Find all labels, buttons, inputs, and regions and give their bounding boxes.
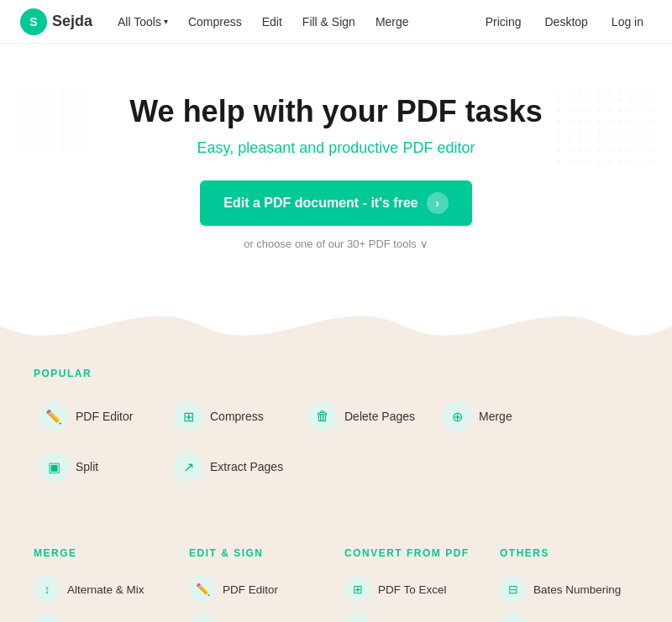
column: CONVERT FROM PDF ⊞ PDF To Excel ▤ PDF To… — [344, 547, 483, 622]
nav-desktop[interactable]: Desktop — [536, 10, 596, 34]
cta-suffix: - it's free — [359, 196, 418, 210]
cta-arrow-icon: › — [427, 192, 449, 214]
tool-icon: ↗ — [173, 452, 203, 482]
popular-tool-item[interactable]: ▣ Split — [34, 445, 168, 489]
column: OTHERS ⊟ Bates Numbering ✂ Crop 🗑 Delete… — [500, 547, 638, 622]
logo-text: Sejda — [52, 13, 92, 30]
tool-name: PDF Editor — [76, 410, 133, 423]
chevron-down-icon: ∨ — [420, 238, 428, 250]
col-tool-icon: ✏️ — [189, 576, 216, 603]
hero-section: We help with your PDF tasks Easy, pleasa… — [0, 44, 672, 275]
popular-tools-grid: ✏️ PDF Editor ⊞ Compress 🗑 Delete Pages … — [34, 395, 638, 489]
nav-merge[interactable]: Merge — [367, 10, 417, 34]
columns-section: MERGE ↕ Alternate & Mix ⊕ Merge ▦ Organi… — [0, 539, 672, 622]
nav-edit[interactable]: Edit — [254, 10, 291, 34]
column: EDIT & SIGN ✏️ PDF Editor 〰 Fill & Sign … — [189, 547, 328, 622]
popular-tool-item[interactable]: ↗ Extract Pages — [168, 445, 302, 489]
col-tool-item[interactable]: ⊕ Merge — [34, 608, 172, 622]
svg-text:S: S — [29, 15, 37, 29]
tool-name: Extract Pages — [210, 460, 283, 473]
tools-section: POPULAR ✏️ PDF Editor ⊞ Compress 🗑 Delet… — [0, 359, 672, 622]
col-tool-icon: ✂ — [500, 613, 527, 622]
cta-bold-text: Edit a PDF document — [223, 196, 359, 210]
column-title: MERGE — [34, 547, 172, 559]
nav-right: Pricing Desktop Log in — [477, 10, 652, 34]
chevron-down-icon: ▾ — [164, 17, 168, 26]
col-tool-item[interactable]: ✂ Crop — [500, 608, 638, 622]
popular-tools-content: POPULAR ✏️ PDF Editor ⊞ Compress 🗑 Delet… — [0, 359, 672, 539]
nav-fill-sign[interactable]: Fill & Sign — [294, 10, 364, 34]
tool-name: Split — [76, 460, 98, 473]
col-tool-name: Alternate & Mix — [67, 583, 144, 596]
decorative-dots-left — [17, 86, 84, 153]
tool-name: Compress — [210, 410, 264, 423]
column: MERGE ↕ Alternate & Mix ⊕ Merge ▦ Organi… — [34, 547, 172, 622]
logo[interactable]: S Sejda — [20, 8, 92, 35]
tool-icon: ▣ — [39, 452, 69, 482]
tool-icon: ✏️ — [39, 401, 69, 431]
choose-tools-text: or choose one of our 30+ PDF tools ∨ — [17, 238, 655, 250]
logo-icon: S — [20, 8, 47, 35]
popular-tool-item[interactable]: ✏️ PDF Editor — [34, 395, 168, 438]
col-tool-icon: ▤ — [344, 613, 371, 622]
tool-name: Delete Pages — [344, 410, 415, 423]
col-tool-item[interactable]: ✏️ PDF Editor — [189, 571, 328, 608]
column-title: CONVERT FROM PDF — [344, 547, 483, 559]
col-tool-name: PDF Editor — [223, 583, 278, 596]
col-tool-icon: ⊕ — [34, 613, 60, 622]
wave-decoration — [0, 275, 672, 359]
decorative-dots-right — [554, 86, 655, 170]
popular-tool-item[interactable]: 🗑 Delete Pages — [302, 395, 437, 438]
col-tool-item[interactable]: ⊟ Bates Numbering — [500, 571, 638, 608]
col-tool-item[interactable]: ⊞ PDF To Excel — [344, 571, 483, 608]
nav-login[interactable]: Log in — [603, 10, 652, 34]
col-tool-item[interactable]: ▤ PDF To JPG — [344, 608, 483, 622]
tool-name: Merge — [479, 410, 512, 423]
tool-icon: ⊞ — [173, 401, 203, 431]
nav-all-tools[interactable]: All Tools ▾ — [109, 10, 176, 34]
col-tool-item[interactable]: 〰 Fill & Sign — [189, 608, 328, 622]
nav-compress[interactable]: Compress — [180, 10, 250, 34]
main-nav: All Tools ▾ Compress Edit Fill & Sign Me… — [109, 10, 477, 34]
nav-pricing[interactable]: Pricing — [477, 10, 530, 34]
col-tool-name: PDF To Excel — [378, 583, 447, 596]
col-tool-icon: ↕ — [34, 576, 60, 603]
col-tool-icon: ⊞ — [344, 576, 371, 603]
popular-tool-item[interactable]: ⊕ Merge — [437, 395, 571, 438]
column-title: OTHERS — [500, 547, 638, 559]
column-title: EDIT & SIGN — [189, 547, 328, 559]
cta-button[interactable]: Edit a PDF document - it's free › — [200, 180, 471, 226]
col-tool-icon: 〰 — [189, 613, 216, 622]
tool-icon: 🗑 — [307, 401, 338, 431]
popular-tool-item[interactable]: ⊞ Compress — [168, 395, 302, 438]
tool-icon: ⊕ — [442, 401, 472, 431]
popular-label: POPULAR — [34, 368, 638, 379]
col-tool-name: Bates Numbering — [533, 583, 621, 596]
col-tool-item[interactable]: ↕ Alternate & Mix — [34, 571, 172, 608]
col-tool-icon: ⊟ — [500, 576, 527, 603]
